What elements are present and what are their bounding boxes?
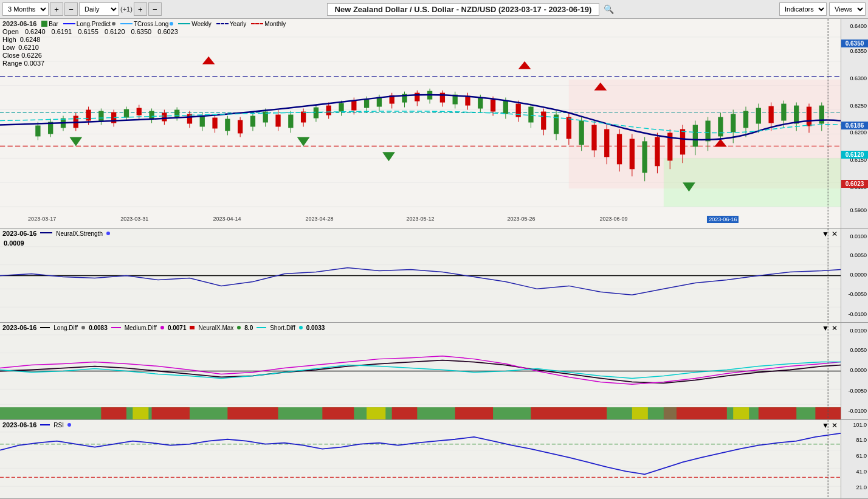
p2-y1: 0.0100 (850, 328, 867, 334)
interval-select[interactable]: Daily Weekly (79, 2, 119, 16)
svg-rect-170 (133, 407, 148, 419)
price-chart-svg (0, 19, 841, 228)
indicators-select[interactable]: Indicators (779, 2, 827, 16)
high-val: 0.6248 (20, 36, 41, 43)
panel3-dropdown-icon[interactable]: ▼ (822, 421, 829, 430)
svg-rect-176 (0, 420, 841, 498)
panel2-close-icon[interactable]: ✕ (832, 324, 838, 332)
weekly-label: Weekly (191, 21, 212, 27)
rsi-dot (67, 423, 71, 427)
panel3-header: 2023-06-16 RSI (2, 421, 71, 428)
svg-rect-78 (440, 93, 445, 103)
rsi-line-icon (40, 424, 50, 425)
high-row: High 0.6248 (2, 36, 40, 43)
panel3-date: 2023-06-16 (2, 421, 36, 428)
panel1-name: NeuralX.Strength (56, 230, 103, 237)
y-axis-panel: 0.6400 0.6350 0.6300 0.6250 0.6200 0.615… (841, 19, 868, 228)
tcross-line (120, 23, 133, 24)
rsi-label: RSI (53, 422, 64, 428)
open-val1: 0.6240 (25, 28, 46, 35)
panel2-dropdown-icon[interactable]: ▼ (822, 324, 829, 332)
svg-rect-130 (768, 106, 773, 123)
panel1-close-icon[interactable]: ✕ (832, 230, 838, 238)
y-label-5900: 0.5900 (850, 207, 867, 213)
neural-max-dot (237, 326, 241, 329)
price-chart-legend: 2023-06-16 Bar Long.Predict TCross.Long … (2, 20, 286, 27)
svg-rect-138 (819, 106, 824, 124)
x-date-current: 2023-06-16 (707, 216, 739, 223)
panel1-controls: ▼ ✕ (822, 230, 838, 238)
panel1-dropdown-icon[interactable]: ▼ (822, 230, 829, 238)
search-icon[interactable]: 🔍 (604, 4, 614, 14)
open-val3: 0.6155 (78, 28, 98, 35)
chart-title-area: New Zealand Dollar / U.S. Dollar - NZD/U… (163, 3, 778, 16)
svg-rect-126 (743, 111, 748, 128)
long-diff-dot (81, 326, 85, 329)
chart-wrapper: 2023-06-16 Bar Long.Predict TCross.Long … (0, 19, 868, 499)
toolbar: 3 Months 1 Month 6 Months + − Daily Week… (0, 0, 868, 19)
svg-rect-66 (364, 100, 369, 108)
weekly-line (178, 23, 190, 24)
short-diff-val: 0.0033 (306, 325, 325, 331)
price-tag-6350: 0.6350 (841, 40, 868, 47)
p2-y2: 0.0050 (850, 347, 867, 353)
svg-rect-64 (351, 101, 356, 111)
med-diff-line (111, 327, 121, 328)
x-axis: 2023-03-17 2023-03-31 2023-04-14 2023-04… (0, 216, 841, 227)
panel2-header: 2023-06-16 Long.Diff 0.0083 Medium.Diff … (2, 324, 325, 331)
chart-title: New Zealand Dollar / U.S. Dollar - NZD/U… (327, 3, 600, 16)
longpredict-legend: Long.Predict (63, 21, 115, 27)
period-add-button[interactable]: + (50, 2, 63, 16)
longpredict-legend-line (63, 23, 75, 24)
long-diff-val: 0.0083 (89, 325, 108, 331)
svg-rect-30 (137, 108, 142, 115)
range-val: 0.0037 (24, 60, 44, 67)
bar-legend-label: Bar (49, 21, 58, 27)
svg-rect-166 (531, 407, 607, 419)
open-val6: 0.6023 (157, 28, 178, 35)
y-label-6400: 0.6400 (850, 23, 867, 29)
period-minus-button[interactable]: − (64, 2, 78, 16)
svg-rect-86 (491, 100, 495, 112)
yearly-line (216, 23, 229, 24)
svg-rect-112 (655, 137, 660, 166)
tcross-dot (170, 22, 173, 26)
panel3-y-axis: 101.0 81.0 61.0 41.0 21.0 (841, 420, 868, 498)
price-chart-date: 2023-06-16 (2, 20, 36, 27)
zoom-out-button[interactable]: − (148, 2, 162, 16)
svg-rect-54 (288, 115, 293, 128)
x-date-4: 2023-04-28 (306, 216, 334, 222)
weekly-legend: Weekly (178, 21, 212, 27)
svg-rect-44 (225, 119, 230, 131)
svg-rect-40 (200, 116, 205, 127)
y-label-6350: 0.6350 (850, 48, 867, 54)
p2-y4: -0.0050 (848, 388, 867, 394)
rsi-panel: 2023-06-16 RSI 81.7 ▼ ✕ (0, 420, 868, 499)
svg-rect-100 (579, 121, 584, 145)
price-chart[interactable]: 2023-06-16 Bar Long.Predict TCross.Long … (0, 19, 868, 229)
svg-rect-46 (238, 120, 243, 134)
svg-rect-167 (677, 407, 727, 419)
open-val2: 0.6191 (52, 28, 72, 35)
svg-rect-102 (591, 125, 596, 150)
svg-rect-161 (152, 407, 190, 419)
svg-rect-14 (35, 125, 40, 136)
p1-y3: 0.0000 (850, 272, 867, 278)
svg-marker-139 (202, 57, 215, 64)
svg-rect-104 (604, 129, 609, 157)
svg-rect-174 (664, 407, 677, 419)
p1-y1: 0.0100 (850, 233, 867, 239)
svg-rect-56 (301, 112, 306, 123)
svg-rect-52 (275, 115, 280, 127)
zoom-in-button[interactable]: + (134, 2, 147, 16)
svg-rect-42 (212, 118, 217, 129)
med-diff-dot (160, 326, 164, 329)
x-date-2: 2023-03-31 (120, 216, 148, 222)
tcross-label: TCross.Long (134, 21, 168, 27)
panel3-close-icon[interactable]: ✕ (832, 421, 838, 430)
period-select[interactable]: 3 Months 1 Month 6 Months (2, 2, 49, 16)
long-diff-label: Long.Diff (53, 325, 78, 331)
panel3-svg (0, 420, 841, 498)
panel2-svg (0, 323, 841, 419)
views-select[interactable]: Views (829, 2, 866, 16)
